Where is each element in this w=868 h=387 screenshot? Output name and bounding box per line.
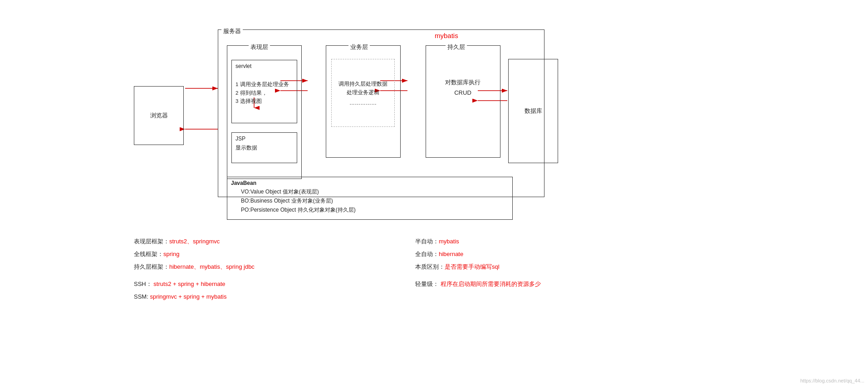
ess-label: 本质区别： — [415, 263, 445, 270]
lw-label: 轻量级： — [415, 281, 441, 287]
ssm-value: springmvc + spring + mybatis — [150, 293, 226, 300]
pf-value: struts2、springmvc — [169, 238, 220, 245]
browser-box: 浏览器 — [134, 86, 184, 145]
ff-label: 全线框架： — [134, 251, 163, 257]
row-presentation-framework: 表现层框架：struts2、springmvc — [134, 236, 255, 247]
servlet-box: servlet 1 调用业务层处理业务2 得到结果，3 选择视图 — [231, 60, 297, 123]
row-full-auto: 全自动：hibernate — [415, 248, 541, 260]
row-full-framework: 全线框架：spring — [134, 248, 255, 260]
jsp-desc: 显示数据 — [235, 145, 257, 151]
jsp-box: JSP 显示数据 — [231, 132, 297, 163]
business-label: 业务层 — [348, 43, 370, 51]
pers-line2: CRUD — [454, 89, 471, 96]
prf-label: 持久层框架： — [134, 263, 169, 270]
prf-value: hibernate、mybatis、spring jdbc — [169, 263, 255, 270]
row-ssm: SSM: springmvc + spring + mybatis — [134, 291, 255, 303]
biz-dots: …………… — [349, 100, 377, 106]
biz-line1: 调用持久层处理数据处理业务逻辑 — [338, 80, 387, 97]
bottom-left: 表现层框架：struts2、springmvc 全线框架：spring 持久层框… — [134, 236, 255, 304]
lw-value: 程序在启动期间所需要消耗的资源多少 — [441, 281, 541, 287]
javabean-vo: VO:Value Object 值对象(表现层) — [241, 188, 319, 196]
row-lightweight: 轻量级： 程序在启动期间所需要消耗的资源多少 — [415, 278, 541, 290]
row-persistence-framework: 持久层框架：hibernate、mybatis、spring jdbc — [134, 261, 255, 273]
servlet-desc: 1 调用业务层处理业务2 得到结果，3 选择视图 — [235, 72, 289, 106]
persistence-label: 持久层 — [446, 43, 467, 51]
persistence-layer-box — [426, 45, 500, 158]
bottom-right: 半自动：mybatis 全自动：hibernate 本质区别：是否需要手动编写s… — [415, 236, 541, 291]
presentation-label: 表现层 — [249, 43, 270, 51]
ssm-label: SSM: — [134, 293, 150, 300]
sa-label: 半自动： — [415, 238, 439, 245]
jsp-title: JSP — [235, 135, 245, 142]
fa-value: hibernate — [439, 251, 463, 257]
ssh-value: struts2 + spring + hibernate — [153, 281, 225, 287]
server-label: 服务器 — [221, 27, 243, 35]
pers-line1: 对数据库执行 — [445, 79, 481, 86]
javabean-bo: BO:Business Object 业务对象(业务层) — [241, 197, 333, 205]
fa-label: 全自动： — [415, 251, 439, 257]
ff-value: spring — [163, 251, 179, 257]
mybatis-label: mybatis — [435, 32, 458, 39]
pers-inner-text: 对数据库执行 CRUD — [431, 77, 495, 98]
row-essence: 本质区别：是否需要手动编写sql — [415, 261, 541, 273]
javabean-title: JavaBean — [231, 180, 256, 186]
row-semi-auto: 半自动：mybatis — [415, 236, 541, 247]
browser-label: 浏览器 — [150, 111, 168, 120]
pf-label: 表现层框架： — [134, 238, 169, 245]
row-ssh: SSH： struts2 + spring + hibernate — [134, 278, 255, 290]
ssh-label: SSH： — [134, 281, 153, 287]
watermark: https://blog.csdn.net/qq_44... — [800, 378, 864, 383]
business-inner-box: 调用持久层处理数据处理业务逻辑 …………… — [331, 59, 395, 127]
javabean-po: PO:Persistence Object 持久化对象对象(持久层) — [241, 206, 356, 214]
sa-value: mybatis — [439, 238, 459, 245]
javabean-box: JavaBean VO:Value Object 值对象(表现层) BO:Bus… — [227, 177, 513, 220]
ess-value: 是否需要手动编写sql — [445, 263, 500, 270]
servlet-title: servlet — [235, 63, 251, 69]
